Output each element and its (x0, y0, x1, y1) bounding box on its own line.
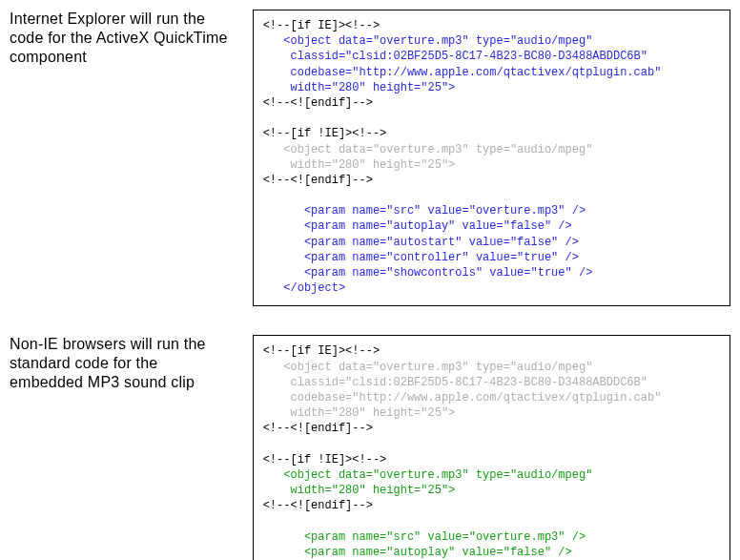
code-line: width="280" height="25"> (263, 483, 720, 498)
code-line: <param name="autoplay" value="false" /> (263, 218, 720, 234)
code-line: <!--[if !IE]><!--> (263, 126, 720, 141)
code-line: <!--[if IE]><!--> (263, 18, 720, 33)
code-line: <param name="autostart" value="false" /> (263, 235, 720, 250)
code-line (263, 188, 720, 203)
code-box-ie: <!--[if IE]><!--> <object data="overture… (253, 10, 730, 306)
caption-ie: Internet Explorer will run the code for … (10, 10, 253, 67)
code-line: width="280" height="25"> (263, 157, 720, 173)
code-line: <param name="showcontrols" value="true" … (263, 265, 720, 280)
code-line (263, 111, 720, 126)
code-line: classid="clsid:02BF25D5-8C17-4B23-BC80-D… (263, 375, 720, 390)
code-line: <object data="overture.mp3" type="audio/… (263, 142, 720, 157)
code-line: classid="clsid:02BF25D5-8C17-4B23-BC80-D… (263, 49, 720, 64)
code-line: <!--<![endif]--> (263, 498, 720, 513)
code-line: <!--[if !IE]><!--> (263, 452, 720, 467)
code-line: <!--<![endif]--> (263, 95, 720, 111)
code-box-non-ie: <!--[if IE]><!--> <object data="overture… (253, 335, 730, 560)
code-line: width="280" height="25"> (263, 405, 720, 421)
code-line: <!--<![endif]--> (263, 421, 720, 436)
code-line (263, 513, 720, 529)
code-line: <param name="autoplay" value="false" /> (263, 545, 720, 560)
example-ie: Internet Explorer will run the code for … (10, 10, 730, 306)
code-line: codebase="http://www.apple.com/qtactivex… (263, 65, 720, 80)
code-line: <param name="controller" value="true" /> (263, 250, 720, 265)
code-line: <param name="src" value="overture.mp3" /… (263, 529, 720, 545)
code-line: <!--[if IE]><!--> (263, 343, 720, 359)
code-line (263, 437, 720, 452)
code-line: <object data="overture.mp3" type="audio/… (263, 467, 720, 483)
code-line: <object data="overture.mp3" type="audio/… (263, 33, 720, 49)
example-non-ie: Non-IE browsers will run the standard co… (10, 335, 730, 560)
code-line: <param name="src" value="overture.mp3" /… (263, 203, 720, 218)
code-line: codebase="http://www.apple.com/qtactivex… (263, 390, 720, 405)
code-line: width="280" height="25"> (263, 80, 720, 95)
code-line: <!--<![endif]--> (263, 173, 720, 188)
caption-non-ie: Non-IE browsers will run the standard co… (10, 335, 253, 392)
code-line: <object data="overture.mp3" type="audio/… (263, 360, 720, 375)
code-line: </object> (263, 280, 720, 296)
